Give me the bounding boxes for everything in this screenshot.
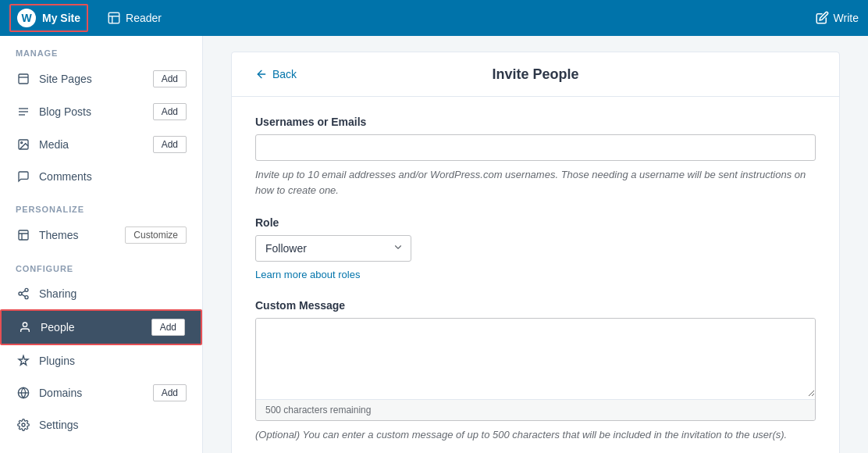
custom-message-textarea[interactable]	[256, 319, 815, 397]
svg-rect-0	[108, 12, 119, 23]
reader-label: Reader	[126, 12, 162, 24]
personalize-section-label: Personalize	[0, 192, 202, 219]
manage-section-label: Manage	[0, 36, 202, 62]
svg-point-10	[25, 288, 28, 291]
sidebar-item-sharing-label: Sharing	[39, 287, 187, 300]
site-pages-add-button[interactable]: Add	[153, 70, 187, 87]
sidebar: Manage Site Pages Add Blog Posts Add Med…	[0, 36, 203, 453]
sidebar-item-blog-posts[interactable]: Blog Posts Add	[0, 95, 202, 128]
main-content: Back Invite People Usernames or Emails I…	[203, 36, 868, 453]
write-label: Write	[834, 12, 859, 24]
role-select[interactable]: Follower Contributor Author Editor Admin…	[255, 235, 411, 262]
domains-add-button[interactable]: Add	[153, 384, 187, 401]
sidebar-item-comments[interactable]: Comments	[0, 161, 202, 192]
configure-section-label: Configure	[0, 251, 202, 278]
custom-message-wrapper: 500 characters remaining	[255, 318, 816, 421]
sidebar-item-media-label: Media	[39, 138, 145, 151]
learn-more-roles-link[interactable]: Learn more about roles	[255, 269, 360, 280]
panel-body: Usernames or Emails Invite up to 10 emai…	[232, 97, 839, 453]
themes-icon	[16, 227, 31, 243]
sidebar-item-domains-label: Domains	[39, 387, 145, 399]
panel-header: Back Invite People	[232, 52, 839, 97]
back-arrow-icon	[255, 68, 268, 80]
svg-point-18	[22, 423, 25, 426]
my-site-label: My Site	[42, 12, 80, 24]
sidebar-item-settings-label: Settings	[39, 419, 187, 431]
svg-rect-9	[19, 230, 28, 240]
people-icon	[17, 319, 33, 335]
back-button[interactable]: Back	[255, 68, 297, 80]
svg-line-14	[22, 291, 26, 293]
svg-line-13	[22, 294, 26, 297]
role-select-wrapper: Follower Contributor Author Editor Admin…	[255, 235, 411, 262]
role-label: Role	[255, 216, 816, 229]
settings-icon	[16, 417, 31, 433]
sharing-icon	[16, 286, 31, 301]
sidebar-item-sharing[interactable]: Sharing	[0, 278, 202, 309]
people-add-button[interactable]: Add	[151, 319, 185, 336]
invite-people-panel: Back Invite People Usernames or Emails I…	[231, 52, 840, 453]
my-site-nav-item[interactable]: W My Site	[9, 4, 88, 32]
blog-posts-icon	[16, 104, 31, 119]
sidebar-item-comments-label: Comments	[39, 170, 187, 183]
char-count-bar: 500 characters remaining	[256, 399, 815, 420]
sidebar-item-site-pages-label: Site Pages	[39, 73, 145, 85]
wordpress-logo: W	[17, 9, 36, 27]
write-icon	[815, 11, 829, 25]
main-layout: Manage Site Pages Add Blog Posts Add Med…	[0, 36, 868, 453]
write-nav-item[interactable]: Write	[815, 11, 859, 25]
reader-nav-item[interactable]: Reader	[101, 8, 168, 28]
sidebar-item-people-label: People	[41, 321, 144, 334]
sidebar-item-blog-posts-label: Blog Posts	[39, 105, 145, 118]
char-count: 500 characters remaining	[265, 405, 371, 416]
svg-point-8	[21, 142, 23, 144]
usernames-form-group: Usernames or Emails Invite up to 10 emai…	[255, 116, 816, 198]
sidebar-item-domains[interactable]: Domains Add	[0, 376, 202, 409]
role-form-group: Role Follower Contributor Author Editor …	[255, 216, 816, 280]
sidebar-item-plugins[interactable]: Plugins	[0, 345, 202, 376]
usernames-label: Usernames or Emails	[255, 116, 816, 128]
sidebar-item-media[interactable]: Media Add	[0, 128, 202, 161]
blog-posts-add-button[interactable]: Add	[153, 103, 187, 120]
site-pages-icon	[16, 71, 31, 87]
sidebar-item-themes-label: Themes	[39, 229, 117, 241]
svg-point-11	[19, 292, 22, 295]
domains-icon	[16, 385, 31, 401]
sidebar-item-site-pages[interactable]: Site Pages Add	[0, 62, 202, 95]
sidebar-item-themes[interactable]: Themes Customize	[0, 219, 202, 251]
usernames-input[interactable]	[255, 134, 816, 161]
custom-message-hint: (Optional) You can enter a custom messag…	[255, 427, 816, 443]
themes-customize-button[interactable]: Customize	[125, 226, 187, 244]
sidebar-item-plugins-label: Plugins	[39, 355, 187, 367]
sidebar-item-people[interactable]: People Add	[0, 309, 202, 345]
custom-message-label: Custom Message	[255, 299, 816, 312]
svg-rect-3	[19, 74, 28, 84]
back-label: Back	[272, 68, 297, 80]
panel-title: Invite People	[492, 66, 578, 83]
custom-message-form-group: Custom Message 500 characters remaining …	[255, 299, 816, 443]
svg-point-15	[23, 323, 27, 326]
plugins-icon	[16, 353, 31, 369]
media-add-button[interactable]: Add	[153, 136, 187, 153]
media-icon	[16, 137, 31, 152]
top-nav: W My Site Reader Write	[0, 0, 868, 36]
reader-icon	[107, 11, 121, 25]
usernames-hint: Invite up to 10 email addresses and/or W…	[255, 167, 816, 198]
comments-icon	[16, 169, 31, 184]
svg-point-12	[25, 296, 28, 299]
sidebar-item-settings[interactable]: Settings	[0, 409, 202, 441]
